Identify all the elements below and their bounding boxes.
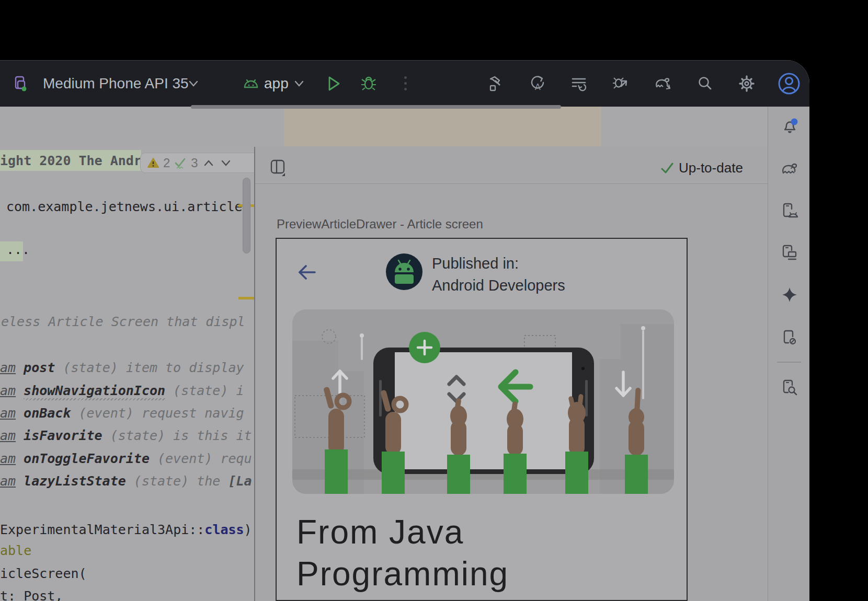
back-arrow-icon: [297, 264, 317, 281]
publisher-avatar: [386, 253, 422, 290]
code-line: com.example.jetnews.ui.article: [6, 199, 243, 215]
code-line: icleScreen(: [0, 565, 87, 582]
sync-project-icon[interactable]: A: [529, 74, 546, 93]
apply-changes-icon[interactable]: [570, 74, 588, 93]
published-in-label: Published in:: [432, 255, 519, 272]
article-hero-image: [292, 309, 674, 494]
preview-status: Up-to-date: [679, 160, 743, 176]
run-button[interactable]: [325, 74, 342, 93]
preview-name-label[interactable]: PreviewArticleDrawer - Article screen: [277, 217, 483, 232]
code-line: amonToggleFavorite (event) requ: [0, 450, 252, 467]
code-line: able: [0, 542, 31, 559]
device-mirror-icon[interactable]: [781, 329, 798, 346]
code-line: amshowNavigationIcon (state) i: [0, 383, 244, 399]
search-icon[interactable]: [696, 74, 714, 93]
device-phone-icon: [14, 76, 27, 91]
next-issue-chevron[interactable]: [219, 158, 233, 168]
typo-check-icon: [174, 156, 187, 170]
debug-button[interactable]: [360, 74, 378, 92]
android-logo-icon: [243, 77, 259, 89]
article-preview-frame: Published in: Android Developers: [276, 238, 688, 601]
warning-count: 2: [163, 156, 170, 170]
inspections-widget[interactable]: 2 3: [140, 153, 254, 173]
chevron-down-icon[interactable]: [188, 80, 199, 87]
device-selector[interactable]: Medium Phone API 35: [43, 75, 189, 92]
code-line: ight 2020 The Andr: [0, 153, 142, 169]
warning-icon: [147, 157, 159, 169]
code-line: amlazyListState (state) the [La: [0, 473, 252, 490]
code-editor[interactable]: ight 2020 The Andr 2 3 com.example.jetne…: [0, 147, 254, 601]
code-line: ampost (state) item to display: [0, 360, 244, 376]
preview-layout-icon[interactable]: [269, 159, 287, 177]
code-line: ExperimentalMaterial3Api::class): [0, 522, 252, 538]
app-inspection-icon[interactable]: [781, 379, 798, 397]
warning-stripe-mark[interactable]: [238, 297, 254, 299]
main-toolbar: Medium Phone API 35 app: [0, 60, 809, 107]
code-line: eless Article Screen that displ: [1, 314, 245, 330]
inactive-tabs-background: [284, 107, 601, 146]
gradle-sync-icon[interactable]: [654, 74, 672, 93]
prev-issue-chevron[interactable]: [202, 158, 215, 168]
notifications-bell-icon[interactable]: [781, 118, 798, 135]
code-line: amisFavorite (state) is this it: [0, 427, 252, 444]
tool-window-stripe: [768, 107, 809, 601]
gradle-elephant-icon[interactable]: [781, 160, 798, 178]
typo-squiggle: [24, 398, 166, 400]
toolbar-more-kebab[interactable]: [404, 76, 407, 79]
compose-preview-pane: Up-to-date PreviewArticleDrawer - Articl…: [255, 147, 768, 601]
ide-window: Medium Phone API 35 app: [0, 60, 809, 601]
tabstrip-scrollbar[interactable]: [191, 105, 561, 109]
attach-debugger-icon[interactable]: [612, 74, 630, 93]
chevron-down-icon[interactable]: [294, 80, 304, 87]
running-devices-icon[interactable]: [781, 202, 798, 220]
article-title-line2: Programming: [296, 554, 509, 593]
build-hammer-icon[interactable]: [487, 74, 505, 93]
editor-tab-bar: AppWidget.kt ArticleScreen.kt Builders.c…: [0, 107, 768, 147]
profile-avatar[interactable]: [778, 72, 801, 95]
article-title-line1: From Java: [296, 513, 464, 551]
publisher-name: Android Developers: [432, 277, 565, 294]
typo-count: 3: [191, 156, 198, 170]
run-config-selector[interactable]: app: [264, 75, 289, 92]
preview-toolbar-border: [255, 183, 768, 184]
svg-text:A: A: [535, 83, 541, 91]
device-manager-icon[interactable]: [781, 244, 798, 262]
editor-scrollbar-thumb[interactable]: [243, 178, 250, 253]
code-line: amonBack (event) request navig: [0, 405, 244, 422]
settings-gear-icon[interactable]: [737, 74, 756, 94]
folded-region[interactable]: ...: [6, 241, 30, 258]
gemini-sparkle-icon[interactable]: [781, 286, 798, 304]
uptodate-check-icon: [660, 161, 675, 176]
stripe-divider: [777, 362, 801, 363]
code-line: t: Post,: [0, 588, 63, 601]
